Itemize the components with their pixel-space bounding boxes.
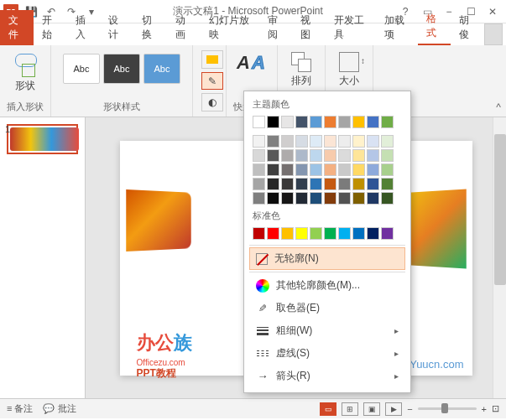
- color-swatch[interactable]: [310, 116, 322, 128]
- color-swatch[interactable]: [267, 192, 279, 205]
- color-swatch[interactable]: [352, 135, 365, 148]
- color-swatch[interactable]: [281, 135, 294, 148]
- color-swatch[interactable]: [324, 178, 336, 190]
- color-swatch[interactable]: [295, 149, 308, 162]
- color-swatch[interactable]: [295, 116, 308, 128]
- tab-format[interactable]: 格式: [418, 8, 451, 45]
- tab-design[interactable]: 设计: [100, 10, 133, 45]
- weight-item[interactable]: 粗细(W) ▸: [249, 319, 405, 342]
- user-name[interactable]: 胡俊: [451, 10, 484, 45]
- color-swatch[interactable]: [381, 192, 394, 205]
- color-swatch[interactable]: [367, 116, 379, 128]
- color-swatch[interactable]: [381, 116, 394, 128]
- tab-home[interactable]: 开始: [34, 10, 67, 45]
- color-swatch[interactable]: [352, 116, 365, 128]
- size-button[interactable]: 大小: [332, 49, 366, 91]
- color-swatch[interactable]: [381, 178, 394, 190]
- color-swatch[interactable]: [352, 178, 365, 190]
- view-slideshow-icon[interactable]: ▶: [385, 402, 402, 416]
- color-swatch[interactable]: [253, 192, 265, 205]
- color-swatch[interactable]: [281, 178, 294, 190]
- color-swatch[interactable]: [324, 227, 336, 240]
- shape-style-gallery[interactable]: Abc Abc Abc: [58, 49, 185, 89]
- color-swatch[interactable]: [281, 116, 294, 128]
- color-swatch[interactable]: [381, 149, 394, 162]
- view-reading-icon[interactable]: ▣: [363, 402, 380, 416]
- color-swatch[interactable]: [295, 163, 308, 176]
- color-swatch[interactable]: [324, 116, 336, 128]
- color-swatch[interactable]: [324, 135, 336, 148]
- color-swatch[interactable]: [338, 163, 351, 176]
- shape-effects-button[interactable]: ◐: [201, 93, 223, 111]
- color-swatch[interactable]: [267, 163, 279, 176]
- color-swatch[interactable]: [281, 163, 294, 176]
- color-swatch[interactable]: [253, 135, 265, 148]
- more-colors-item[interactable]: 其他轮廓颜色(M)...: [249, 274, 405, 297]
- color-swatch[interactable]: [295, 192, 308, 205]
- tab-file[interactable]: 文件: [0, 10, 34, 45]
- style-item[interactable]: Abc: [103, 54, 140, 84]
- color-swatch[interactable]: [310, 135, 322, 148]
- vertical-scrollbar[interactable]: [493, 117, 506, 398]
- color-swatch[interactable]: [338, 116, 351, 128]
- color-swatch[interactable]: [338, 135, 351, 148]
- color-swatch[interactable]: [367, 149, 379, 162]
- tab-transitions[interactable]: 切换: [133, 10, 167, 45]
- wordart-style-icon[interactable]: A: [237, 52, 250, 74]
- color-swatch[interactable]: [267, 227, 279, 240]
- view-normal-icon[interactable]: ▭: [320, 402, 336, 416]
- color-swatch[interactable]: [338, 149, 351, 162]
- eyedropper-item[interactable]: 取色器(E): [249, 297, 405, 319]
- shapes-button[interactable]: 形状: [7, 49, 44, 96]
- color-swatch[interactable]: [295, 227, 308, 240]
- no-outline-item[interactable]: 无轮廓(N): [249, 247, 405, 270]
- color-swatch[interactable]: [367, 192, 379, 205]
- color-swatch[interactable]: [295, 135, 308, 148]
- color-swatch[interactable]: [338, 178, 351, 190]
- avatar[interactable]: [484, 23, 503, 45]
- wordart-style-icon[interactable]: A: [252, 52, 265, 74]
- color-swatch[interactable]: [352, 227, 365, 240]
- view-sorter-icon[interactable]: ⊞: [342, 402, 358, 416]
- shape-outline-button[interactable]: ✎: [201, 72, 223, 91]
- color-swatch[interactable]: [267, 116, 279, 128]
- tab-review[interactable]: 审阅: [259, 10, 293, 45]
- zoom-in-button[interactable]: +: [482, 404, 487, 414]
- scroll-thumb[interactable]: [494, 134, 506, 285]
- color-swatch[interactable]: [281, 227, 294, 240]
- color-swatch[interactable]: [253, 227, 265, 240]
- color-swatch[interactable]: [310, 227, 322, 240]
- color-swatch[interactable]: [310, 192, 322, 205]
- style-item[interactable]: Abc: [63, 54, 100, 84]
- style-item[interactable]: Abc: [143, 54, 180, 84]
- color-swatch[interactable]: [381, 163, 394, 176]
- ribbon-collapse-icon[interactable]: ^: [496, 101, 501, 113]
- slide-thumbnail[interactable]: [7, 124, 78, 154]
- color-swatch[interactable]: [310, 178, 322, 190]
- color-swatch[interactable]: [310, 163, 322, 176]
- zoom-slider[interactable]: [418, 407, 477, 410]
- color-swatch[interactable]: [324, 149, 336, 162]
- zoom-out-button[interactable]: −: [407, 404, 412, 414]
- color-swatch[interactable]: [253, 178, 265, 190]
- color-swatch[interactable]: [267, 135, 279, 148]
- color-swatch[interactable]: [367, 227, 379, 240]
- color-swatch[interactable]: [253, 116, 265, 128]
- color-swatch[interactable]: [367, 135, 379, 148]
- dashes-item[interactable]: 虚线(S) ▸: [249, 342, 405, 365]
- color-swatch[interactable]: [324, 163, 336, 176]
- color-swatch[interactable]: [267, 149, 279, 162]
- color-swatch[interactable]: [253, 163, 265, 176]
- color-swatch[interactable]: [281, 149, 294, 162]
- color-swatch[interactable]: [324, 192, 336, 205]
- color-swatch[interactable]: [267, 178, 279, 190]
- tab-addins[interactable]: 加载项: [376, 10, 418, 45]
- color-swatch[interactable]: [367, 163, 379, 176]
- color-swatch[interactable]: [295, 178, 308, 190]
- arrange-button[interactable]: 排列: [284, 49, 318, 91]
- fit-window-button[interactable]: ⊡: [492, 403, 499, 414]
- color-swatch[interactable]: [381, 135, 394, 148]
- shape-fill-button[interactable]: [201, 50, 223, 69]
- color-swatch[interactable]: [352, 163, 365, 176]
- tab-view[interactable]: 视图: [292, 10, 326, 45]
